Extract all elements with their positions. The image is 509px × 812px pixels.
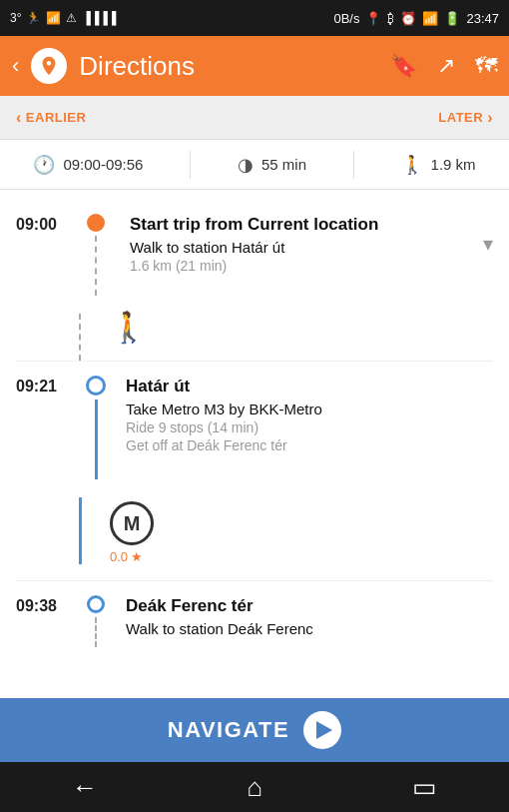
- trip-summary: 🕐 09:00-09:56 ◑ 55 min 🚶 1.9 km: [0, 140, 509, 190]
- battery-icon: ▐▐▐▐: [82, 11, 116, 25]
- dotted-line-walk: [79, 314, 81, 361]
- step-content-3: Deák Ferenc tér Walk to station Deák Fer…: [118, 595, 493, 637]
- status-bar: 3° 🏃 📶 ⚠ ▐▐▐▐ 0B/s 📍 ₿ ⏰ 📶 🔋 23:47: [0, 0, 509, 36]
- signal-icon: 📶: [422, 11, 438, 26]
- metro-badge-row: M 0.0 ★: [0, 493, 509, 580]
- warning-icon: ⚠: [66, 11, 77, 25]
- wifi-icon: 📶: [46, 11, 61, 25]
- step-title-1: Start trip from Current location: [130, 214, 475, 236]
- step-start: 09:00 Start trip from Current location W…: [0, 200, 509, 310]
- metro-m-badge: M: [110, 501, 154, 545]
- home-nav-button[interactable]: ⌂: [170, 772, 339, 803]
- step-time-2: 09:21: [16, 376, 74, 396]
- earlier-label: EARLIER: [26, 110, 87, 125]
- step-subtitle-1: Walk to station Határ út: [130, 239, 475, 256]
- temperature: 3°: [10, 11, 21, 25]
- header: ‹ Directions 🔖 ↗ 🗺: [0, 36, 509, 96]
- later-label: LATER: [438, 110, 483, 125]
- time-range-item: 🕐 09:00-09:56: [33, 154, 143, 176]
- distance: 1.9 km: [431, 156, 476, 173]
- star-icon: ★: [131, 549, 143, 564]
- navigate-label: NAVIGATE: [168, 717, 289, 743]
- bottom-nav: ← ⌂ ▭: [0, 762, 509, 812]
- metro-line: Take Metro M3 by BKK-Metro: [126, 401, 493, 417]
- step-end: 09:38 Deák Ferenc tér Walk to station De…: [0, 581, 509, 661]
- clock: 23:47: [466, 11, 499, 26]
- navigate-bar[interactable]: NAVIGATE: [0, 698, 509, 762]
- map-icon[interactable]: 🗺: [475, 53, 497, 79]
- divider-1: [190, 151, 191, 179]
- share-icon[interactable]: ↗: [437, 53, 455, 79]
- recent-nav-button[interactable]: ▭: [339, 772, 509, 803]
- back-button[interactable]: ‹: [12, 53, 19, 79]
- step-content-2: Határ út Take Metro M3 by BKK-Metro Ride…: [118, 376, 493, 453]
- alarm-icon: ⏰: [400, 11, 416, 26]
- walking-icon: 🚶: [110, 311, 147, 344]
- time-range: 09:00-09:56: [63, 156, 143, 173]
- metro-rating: 0.0 ★: [110, 549, 143, 564]
- step-dot-start: [87, 214, 105, 232]
- walk-icon-row: 🚶: [0, 310, 509, 361]
- back-nav-button[interactable]: ←: [0, 772, 170, 803]
- app-logo: [31, 48, 67, 84]
- duration-icon: ◑: [238, 154, 254, 176]
- time-nav-bar: ‹ EARLIER LATER ›: [0, 96, 509, 140]
- step-title-2: Határ út: [126, 376, 493, 398]
- step-time-1: 09:00: [16, 214, 74, 234]
- later-button[interactable]: LATER ›: [438, 109, 493, 127]
- step-text-1: Start trip from Current location Walk to…: [126, 214, 475, 274]
- divider-2: [353, 151, 354, 179]
- chevron-down-icon-1[interactable]: ▾: [475, 232, 493, 256]
- activity-icon: 🏃: [26, 11, 41, 25]
- walk-summary-icon: 🚶: [401, 154, 423, 176]
- get-off: Get off at Deák Ferenc tér: [126, 437, 493, 453]
- page-title: Directions: [79, 51, 378, 82]
- later-arrow: ›: [487, 109, 493, 127]
- clock-icon: 🕐: [33, 154, 55, 176]
- location-icon: 📍: [365, 11, 381, 26]
- step-time-3: 09:38: [16, 595, 74, 615]
- dotted-line-end: [95, 617, 97, 647]
- battery-full-icon: 🔋: [444, 11, 460, 26]
- step-content-1: Start trip from Current location Walk to…: [126, 214, 493, 274]
- bookmark-icon[interactable]: 🔖: [390, 53, 417, 79]
- status-left: 3° 🏃 📶 ⚠ ▐▐▐▐: [10, 11, 117, 25]
- data-up: 0B/s: [333, 11, 359, 26]
- step-title-3: Deák Ferenc tér: [126, 595, 493, 617]
- dotted-line-1: [95, 236, 97, 296]
- bluetooth-icon: ₿: [387, 11, 394, 26]
- navigate-play-button[interactable]: [303, 711, 341, 749]
- header-actions: 🔖 ↗ 🗺: [390, 53, 497, 79]
- ride-detail: Ride 9 stops (14 min): [126, 419, 493, 435]
- steps-list: 09:00 Start trip from Current location W…: [0, 190, 509, 698]
- earlier-arrow: ‹: [16, 109, 22, 127]
- solid-line-badge: [79, 497, 82, 564]
- status-right: 0B/s 📍 ₿ ⏰ 📶 🔋 23:47: [333, 11, 499, 26]
- step-subtitle-3: Walk to station Deák Ferenc: [126, 620, 493, 637]
- step-dot-metro: [86, 376, 106, 396]
- duration: 55 min: [261, 156, 306, 173]
- step-metro: 09:21 Határ út Take Metro M3 by BKK-Metr…: [0, 362, 509, 493]
- rating-value: 0.0: [110, 549, 128, 564]
- step-detail-1: 1.6 km (21 min): [130, 258, 475, 274]
- duration-item: ◑ 55 min: [238, 154, 306, 176]
- solid-line-metro: [95, 400, 98, 479]
- earlier-button[interactable]: ‹ EARLIER: [16, 109, 86, 127]
- distance-item: 🚶 1.9 km: [401, 154, 476, 176]
- step-dot-end: [87, 595, 105, 613]
